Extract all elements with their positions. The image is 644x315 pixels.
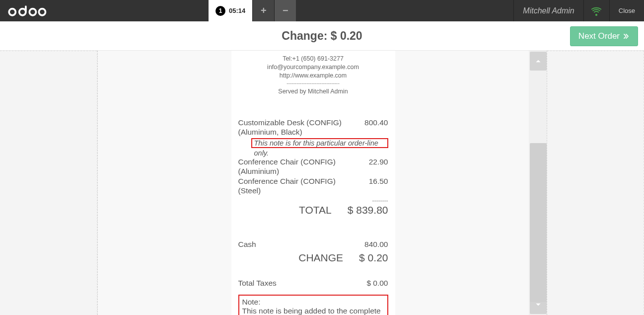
order-note-body: This note is being added to the complete… — [242, 307, 384, 315]
change-title: Change: $ 0.20 — [282, 29, 362, 43]
receipt-scroll-viewport[interactable]: Tel:+1 (650) 691-3277 info@yourcompany.e… — [98, 51, 529, 315]
order-lines: Customizable Desk (CONFIG) (Aluminium, B… — [238, 118, 388, 315]
payment-amount: 840.00 — [364, 240, 388, 249]
connection-status[interactable] — [583, 0, 609, 21]
total-label: TOTAL — [238, 204, 332, 216]
scroll-up-button[interactable] — [530, 52, 547, 71]
chevrons-right-icon — [623, 33, 630, 40]
topbar: 1 05:14 + − Mitchell Admin Close — [0, 0, 644, 21]
next-order-label: Next Order — [578, 31, 620, 41]
chevron-up-icon — [535, 58, 542, 65]
change-row: CHANGE $ 0.20 — [238, 252, 388, 264]
change-label: CHANGE — [238, 252, 344, 264]
receipt: Tel:+1 (650) 691-3277 info@yourcompany.e… — [231, 51, 395, 315]
plus-icon: + — [261, 5, 267, 16]
change-amount: $ 0.20 — [359, 252, 388, 264]
page-body: Tel:+1 (650) 691-3277 info@yourcompany.e… — [0, 51, 644, 315]
chevron-down-icon — [535, 301, 542, 308]
order-line: Conference Chair (CONFIG) (Steel) 16.50 — [238, 176, 388, 196]
order-note-highlight: Note: This note is being added to the co… — [238, 295, 388, 315]
taxes-label: Total Taxes — [238, 279, 277, 288]
payment-row: Cash 840.00 — [238, 240, 388, 249]
line-name: Conference Chair (CONFIG) (Steel) — [238, 176, 349, 196]
payment-method: Cash — [238, 240, 256, 249]
total-amount: $ 839.80 — [348, 204, 388, 216]
total-row: TOTAL $ 839.80 — [238, 204, 388, 216]
line-name: Conference Chair (CONFIG) (Aluminium) — [238, 157, 349, 176]
taxes-row: Total Taxes $ 0.00 — [238, 279, 388, 288]
line-note-highlight: This note is for this particular order-l… — [251, 138, 388, 148]
order-line: Customizable Desk (CONFIG) (Aluminium, B… — [238, 118, 388, 137]
add-order-button[interactable]: + — [252, 0, 274, 21]
order-time: 05:14 — [229, 7, 245, 14]
company-email: info@yourcompany.example.com — [238, 63, 388, 72]
line-note-cont: only. — [254, 149, 388, 157]
odoo-logo[interactable] — [0, 0, 60, 21]
order-line: Conference Chair (CONFIG) (Aluminium) 22… — [238, 157, 388, 176]
remove-order-button[interactable]: − — [274, 0, 296, 21]
order-note-title: Note: — [242, 298, 384, 307]
left-gutter — [0, 51, 98, 315]
odoo-logo-icon — [8, 5, 52, 16]
order-number-badge: 1 — [215, 6, 225, 16]
receipt-divider: -------------------------------- — [238, 80, 388, 87]
scroll-column — [529, 51, 547, 315]
line-amount: 16.50 — [349, 176, 388, 196]
company-tel: Tel:+1 (650) 691-3277 — [238, 55, 388, 63]
header-row: Change: $ 0.20 Next Order — [0, 21, 644, 51]
company-web: http://www.example.com — [238, 72, 388, 80]
served-by: Served by Mitchell Admin — [238, 87, 388, 96]
receipt-area: Tel:+1 (650) 691-3277 info@yourcompany.e… — [98, 51, 547, 315]
order-tab[interactable]: 1 05:14 — [209, 0, 252, 21]
svg-point-1 — [29, 8, 36, 15]
scroll-track[interactable] — [529, 71, 547, 295]
line-amount: 800.40 — [349, 118, 388, 137]
svg-point-0 — [9, 8, 15, 15]
next-order-button[interactable]: Next Order — [570, 26, 638, 46]
subtotal-divider: -------- — [238, 197, 388, 204]
company-info: Tel:+1 (650) 691-3277 info@yourcompany.e… — [238, 55, 388, 96]
taxes-amount: $ 0.00 — [366, 279, 388, 288]
line-amount: 22.90 — [349, 157, 388, 176]
minus-icon: − — [283, 5, 288, 16]
line-name: Customizable Desk (CONFIG) (Aluminium, B… — [238, 118, 349, 137]
close-button[interactable]: Close — [609, 0, 644, 21]
user-menu[interactable]: Mitchell Admin — [513, 0, 583, 21]
scroll-thumb[interactable] — [530, 143, 547, 302]
svg-point-2 — [39, 8, 45, 15]
wifi-icon — [591, 6, 601, 16]
right-gutter — [547, 51, 644, 315]
